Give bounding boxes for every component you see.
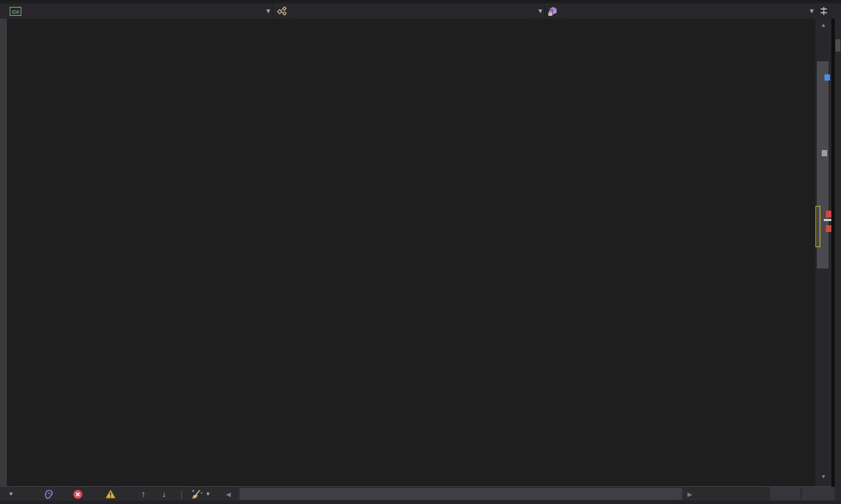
svg-text:C#: C# [12, 8, 19, 14]
private-method-icon [548, 6, 559, 17]
editor-left-margin-strip [0, 19, 7, 486]
line-ending-indicator[interactable] [802, 487, 835, 501]
toolbar-separator: | [180, 487, 183, 501]
hscroll-right-arrow-icon[interactable]: ▶ [687, 487, 692, 501]
spaces-indicator[interactable] [770, 487, 800, 501]
chevron-down-icon[interactable]: ▼ [809, 8, 815, 14]
chevron-down-icon: ▼ [205, 491, 211, 497]
error-icon [73, 490, 83, 499]
type-dropdown[interactable] [277, 3, 534, 19]
editor-navigation-bar: C# ▼ ▼ [0, 3, 841, 19]
vs-editor-window: C# ▼ ▼ [0, 0, 841, 504]
split-editor-handle[interactable] [819, 6, 829, 16]
project-dropdown[interactable]: C# [10, 3, 271, 19]
scrollbar-marker-gray [822, 150, 827, 156]
chevron-down-icon: ▼ [8, 491, 14, 497]
scrollbar-marker-caret [824, 74, 830, 81]
broom-icon [190, 489, 203, 500]
collapsed-panel-edge [835, 19, 841, 504]
chevron-down-icon[interactable]: ▼ [537, 8, 543, 14]
ear-icon[interactable] [44, 487, 54, 501]
hscroll-left-arrow-icon[interactable]: ◀ [226, 487, 231, 501]
zoom-control[interactable]: ▼ [6, 487, 14, 501]
class-icon [277, 6, 287, 16]
chevron-down-icon[interactable]: ▼ [265, 8, 271, 14]
next-issue-button[interactable]: ↓ [162, 487, 166, 501]
scrollbar-marker-caret-line [824, 219, 831, 221]
warning-count-button[interactable] [105, 487, 118, 501]
scrollbar-marker-error [826, 225, 831, 232]
scroll-up-arrow-icon[interactable]: ▲ [816, 22, 831, 28]
horizontal-scrollbar-thumb[interactable] [240, 488, 682, 500]
code-editor[interactable] [0, 19, 816, 486]
error-count-button[interactable] [73, 487, 85, 501]
previous-issue-button[interactable]: ↑ [141, 487, 145, 501]
collapsed-panel-grip[interactable] [835, 39, 840, 52]
navbar-divider [273, 3, 273, 19]
vertical-scrollbar[interactable]: ▲ ▼ [816, 19, 831, 486]
horizontal-scrollbar[interactable] [238, 488, 684, 500]
scroll-down-arrow-icon[interactable]: ▼ [816, 474, 831, 480]
warning-icon [105, 490, 116, 498]
member-dropdown[interactable] [548, 3, 805, 19]
window-bottom-border [0, 501, 841, 504]
csharp-project-icon: C# [10, 7, 21, 16]
scrollbar-marker-error [826, 211, 831, 218]
code-cleanup-button[interactable]: ▼ [190, 487, 211, 501]
editor-bottom-bar: ▼ ↑ ↓ | [0, 486, 831, 501]
scrollbar-marker-changes [816, 206, 820, 247]
navbar-divider [544, 3, 545, 19]
